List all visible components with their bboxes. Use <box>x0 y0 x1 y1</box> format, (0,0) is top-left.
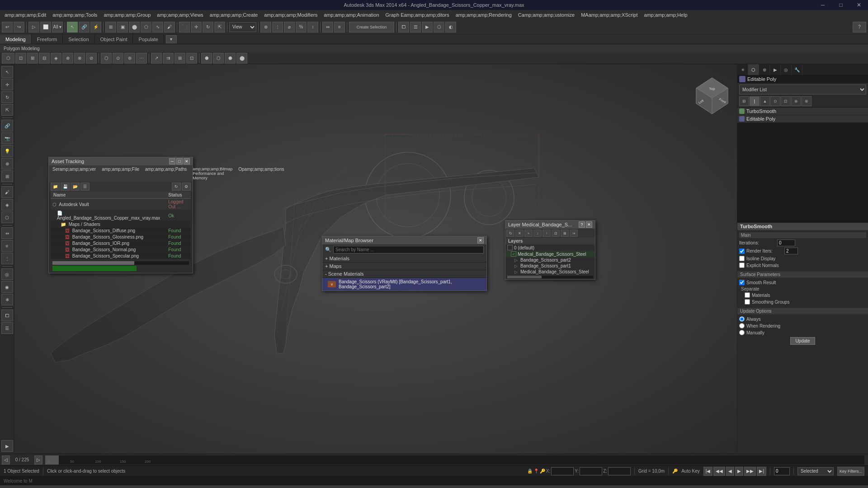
menu-rendering[interactable]: amp;amp;amp;Rendering <box>453 11 514 19</box>
coord-system-dropdown[interactable]: ViewWorldLocal <box>229 22 256 32</box>
object-color-swatch[interactable] <box>739 76 745 82</box>
select-button[interactable]: ▷ <box>28 22 39 33</box>
ts-when-rendering-radio[interactable] <box>739 323 745 328</box>
at-menu-options[interactable]: Opamp;amp;amp;tions <box>236 166 287 181</box>
sub-tb-15[interactable]: ⊞ <box>175 53 185 64</box>
help-button[interactable]: ? <box>853 22 866 33</box>
at-tb-new[interactable]: 📁 <box>51 183 60 191</box>
at-tb-open[interactable]: 📂 <box>71 183 80 191</box>
close-button[interactable]: ✕ <box>850 0 868 10</box>
bt-mini-toggle2[interactable]: ▷ <box>34 455 42 465</box>
navigation-cube[interactable]: Top Left Front <box>692 75 732 116</box>
sub-tb-14[interactable]: ⇉ <box>163 53 174 64</box>
rp-sub-tab-6[interactable]: ⊕ <box>791 96 801 106</box>
at-tb-list[interactable]: ☰ <box>80 183 90 191</box>
at-menu-bitmap[interactable]: amp;amp;amp;Bitmap Performance and Memor… <box>190 166 235 181</box>
menu-customize[interactable]: Camp;amp;amp;ustomize <box>515 11 577 19</box>
layer-tb-5[interactable]: ↑ <box>542 230 551 237</box>
ts-renderits-checkbox[interactable] <box>739 249 745 254</box>
sub-tb-9[interactable]: ⬡ <box>101 53 112 64</box>
sub-tb-11[interactable]: ⊚ <box>124 53 135 64</box>
mirror-button[interactable]: ⇔ <box>322 22 333 33</box>
sub-tb-17[interactable]: ⬢ <box>201 53 212 64</box>
layer-tb-7[interactable]: ⊞ <box>561 230 569 237</box>
select-by-name-button[interactable]: ⊞ <box>105 22 116 33</box>
menu-create[interactable]: amp;amp;amp;Create <box>207 11 260 19</box>
sub-tb-2[interactable]: ⊡ <box>15 53 26 64</box>
layer-tb-3[interactable]: + <box>524 230 533 237</box>
sub-tb-10[interactable]: ⊙ <box>113 53 123 64</box>
redo-button[interactable]: ↪ <box>14 22 24 33</box>
paint-select-button[interactable]: 🖌 <box>164 22 175 33</box>
pivot-button[interactable]: ⊕ <box>260 22 271 33</box>
rp-tab-create[interactable]: ✳ <box>737 64 748 75</box>
bt-mini-toggle[interactable]: ◁ <box>2 455 10 465</box>
activeshade-button[interactable]: ◐ <box>445 22 456 33</box>
lt-mirror[interactable]: ⇔ <box>1 227 13 239</box>
lt-paint[interactable]: 🖌 <box>1 186 13 198</box>
ts-smooth-result-checkbox[interactable] <box>739 280 745 285</box>
render-setup-button[interactable]: ☰ <box>410 22 421 33</box>
rect-select-button[interactable]: ▣ <box>117 22 128 33</box>
panel-close-btn[interactable]: ✕ <box>184 158 190 164</box>
rp-sub-tab-1[interactable]: ⊞ <box>739 96 749 106</box>
material-search-input[interactable] <box>333 246 484 253</box>
menu-animation[interactable]: amp;amp;amp;Animation <box>321 11 382 19</box>
layer-tb-2[interactable]: ✕ <box>515 230 524 237</box>
rp-sub-tab-3[interactable]: ▲ <box>760 96 770 106</box>
sub-tb-1[interactable]: ⬡ <box>2 53 14 64</box>
mode-options-button[interactable]: ▾ <box>166 35 177 43</box>
at-tb-settings[interactable]: ⚙ <box>182 183 191 191</box>
rp-sub-tab-7[interactable]: ⊗ <box>802 96 811 106</box>
play-prev[interactable]: ◀ <box>726 467 734 476</box>
sub-tb-8[interactable]: ⊘ <box>86 53 97 64</box>
ts-renderits-input[interactable] <box>784 248 798 254</box>
lt-material[interactable]: ◈ <box>1 199 13 211</box>
play-last-frame[interactable]: ▶| <box>757 467 766 476</box>
select-region-button[interactable]: ⬜ <box>40 22 51 33</box>
panel-minimize-btn[interactable]: ─ <box>169 158 175 164</box>
mb-section-scene[interactable]: - Scene Materials <box>322 270 486 278</box>
render-frame-button[interactable]: ⬡ <box>434 22 444 33</box>
timeline-track[interactable]: 0 50 100 150 200 <box>45 455 864 465</box>
layer-manager-button[interactable]: ⧠ <box>398 22 409 33</box>
select-and-link-button[interactable]: 🔗 <box>79 22 90 33</box>
layer-scrollbar-thumb[interactable] <box>507 276 542 278</box>
sub-tb-3[interactable]: ⊞ <box>27 53 38 64</box>
snap-toggle[interactable]: ⋮ <box>272 22 283 33</box>
table-row[interactable]: 🖼 Bandage_Scissors_Normal.png Found <box>51 247 191 253</box>
modifier-editable-poly[interactable]: Editable Poly <box>737 115 868 123</box>
table-row[interactable]: 🖼 Bandage_Scissors_Glossiness.png Found <box>51 234 191 240</box>
lt-select[interactable]: ↖ <box>1 66 13 78</box>
mb-section-maps[interactable]: + Maps <box>322 263 486 270</box>
lt-properties[interactable]: ☰ <box>1 322 13 334</box>
lt-hide[interactable]: ◉ <box>1 281 13 293</box>
maximize-button[interactable]: □ <box>832 0 850 10</box>
rp-sub-tab-4[interactable]: ⊙ <box>770 96 780 106</box>
asset-tracking-title[interactable]: Asset Tracking ─ □ ✕ <box>49 157 193 165</box>
lt-link[interactable]: 🔗 <box>1 120 13 131</box>
play-first-frame[interactable]: |◀ <box>703 467 713 476</box>
lt-camera[interactable]: 📷 <box>1 132 13 144</box>
rp-tab-utilities[interactable]: 🔧 <box>792 64 802 75</box>
lt-align[interactable]: ≡ <box>1 240 13 252</box>
rp-sub-tab-5[interactable]: ⊡ <box>781 96 791 106</box>
angle-snap[interactable]: ⌀ <box>284 22 295 33</box>
lt-scale[interactable]: ⇱ <box>1 104 13 116</box>
rp-sub-tab-2[interactable]: | <box>750 96 760 106</box>
viewport[interactable]: + [Perspective] [Realistic] Total Polys:… <box>14 64 737 454</box>
x-input[interactable] <box>551 467 574 475</box>
lt-move[interactable]: ✛ <box>1 79 13 90</box>
list-item[interactable]: ▷ Medical_Bandage_Scissors_Steel <box>505 269 595 275</box>
lt-isolate[interactable]: ◎ <box>1 268 13 280</box>
table-row[interactable]: 🖼 Bandage_Scissors_Diffuse.png Found <box>51 228 191 234</box>
tab-modeling[interactable]: Modeling <box>0 34 32 44</box>
move-button[interactable]: ✛ <box>191 22 202 33</box>
layer-tb-8[interactable]: ⇒ <box>570 230 578 237</box>
mb-section-materials[interactable]: + Materials <box>322 255 486 263</box>
sub-tb-5[interactable]: ◈ <box>51 53 61 64</box>
ts-explicit-checkbox[interactable] <box>739 263 745 268</box>
play-button[interactable]: ▶ <box>735 467 743 476</box>
ts-sg-checkbox[interactable] <box>745 299 750 305</box>
key-filters-btn[interactable]: Key Filters... <box>837 467 864 476</box>
